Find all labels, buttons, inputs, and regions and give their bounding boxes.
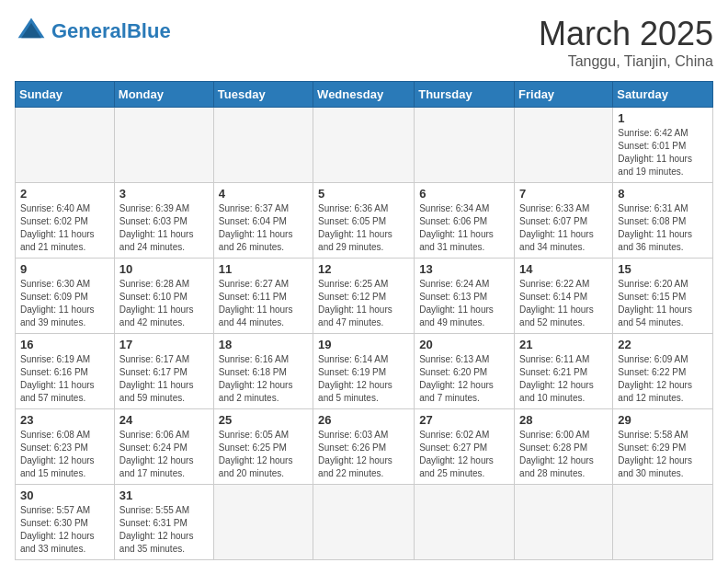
day-number: 21 [519,338,608,351]
day-number: 25 [219,413,308,427]
day-number: 26 [318,413,409,427]
day-info: Sunrise: 6:36 AM Sunset: 6:05 PM Dayligh… [318,202,409,254]
day-number: 4 [219,187,308,201]
calendar-cell [415,108,515,183]
week-row-5: 23Sunrise: 6:08 AM Sunset: 6:23 PM Dayli… [16,409,713,485]
calendar-cell [313,485,415,560]
day-number: 28 [519,413,608,427]
week-row-2: 2Sunrise: 6:40 AM Sunset: 6:02 PM Daylig… [16,183,713,259]
calendar-cell: 26Sunrise: 6:03 AM Sunset: 6:26 PM Dayli… [313,409,415,485]
calendar-cell: 16Sunrise: 6:19 AM Sunset: 6:16 PM Dayli… [16,334,115,409]
day-info: Sunrise: 6:37 AM Sunset: 6:04 PM Dayligh… [219,202,308,254]
calendar-cell [515,108,613,183]
day-info: Sunrise: 6:08 AM Sunset: 6:23 PM Dayligh… [20,429,109,480]
day-info: Sunrise: 6:14 AM Sunset: 6:19 PM Dayligh… [318,353,409,405]
day-info: Sunrise: 6:34 AM Sunset: 6:06 PM Dayligh… [419,202,509,254]
week-row-1: 1Sunrise: 6:42 AM Sunset: 6:01 PM Daylig… [16,108,713,183]
logo-blue: Blue [127,19,171,42]
day-info: Sunrise: 6:03 AM Sunset: 6:26 PM Dayligh… [318,429,409,480]
logo-icon [15,15,48,48]
calendar-cell: 9Sunrise: 6:30 AM Sunset: 6:09 PM Daylig… [16,259,115,334]
calendar-cell [213,485,313,560]
calendar-cell: 7Sunrise: 6:33 AM Sunset: 6:07 PM Daylig… [515,183,613,259]
day-info: Sunrise: 6:06 AM Sunset: 6:24 PM Dayligh… [119,429,209,480]
calendar-cell [114,108,213,183]
calendar-cell [16,108,115,183]
calendar-cell: 19Sunrise: 6:14 AM Sunset: 6:19 PM Dayli… [313,334,415,409]
logo-general: General [51,19,127,42]
calendar-cell: 24Sunrise: 6:06 AM Sunset: 6:24 PM Dayli… [114,409,213,485]
page-header: GeneralBlue March 2025 Tanggu, Tianjin, … [15,15,713,70]
calendar-cell [213,108,313,183]
calendar-cell: 28Sunrise: 6:00 AM Sunset: 6:28 PM Dayli… [515,409,613,485]
day-number: 23 [20,413,109,427]
day-info: Sunrise: 6:05 AM Sunset: 6:25 PM Dayligh… [219,429,308,480]
day-info: Sunrise: 5:55 AM Sunset: 6:31 PM Dayligh… [119,504,209,556]
day-info: Sunrise: 6:40 AM Sunset: 6:02 PM Dayligh… [20,202,109,254]
day-number: 27 [419,413,509,427]
week-row-4: 16Sunrise: 6:19 AM Sunset: 6:16 PM Dayli… [16,334,713,409]
weekday-header-wednesday: Wednesday [313,82,415,108]
calendar-cell: 14Sunrise: 6:22 AM Sunset: 6:14 PM Dayli… [515,259,613,334]
day-number: 29 [618,413,708,427]
weekday-header-row: SundayMondayTuesdayWednesdayThursdayFrid… [16,82,713,108]
calendar-cell: 29Sunrise: 5:58 AM Sunset: 6:29 PM Dayli… [613,409,713,485]
day-number: 14 [519,262,608,276]
weekday-header-monday: Monday [114,82,213,108]
day-number: 20 [419,338,509,351]
calendar-cell: 31Sunrise: 5:55 AM Sunset: 6:31 PM Dayli… [114,485,213,560]
calendar-cell [415,485,515,560]
calendar-cell [313,108,415,183]
logo: GeneralBlue [15,15,171,48]
calendar-cell: 15Sunrise: 6:20 AM Sunset: 6:15 PM Dayli… [613,259,713,334]
day-number: 7 [519,187,608,201]
calendar-cell: 2Sunrise: 6:40 AM Sunset: 6:02 PM Daylig… [16,183,115,259]
calendar-cell: 5Sunrise: 6:36 AM Sunset: 6:05 PM Daylig… [313,183,415,259]
calendar-cell: 22Sunrise: 6:09 AM Sunset: 6:22 PM Dayli… [613,334,713,409]
day-number: 16 [20,338,109,351]
day-info: Sunrise: 6:02 AM Sunset: 6:27 PM Dayligh… [419,429,509,480]
day-number: 24 [119,413,209,427]
day-info: Sunrise: 5:58 AM Sunset: 6:29 PM Dayligh… [618,429,708,480]
day-info: Sunrise: 6:25 AM Sunset: 6:12 PM Dayligh… [318,278,409,329]
day-number: 2 [20,187,109,201]
month-title: March 2025 [539,15,713,53]
day-number: 1 [618,111,708,125]
day-number: 13 [419,262,509,276]
day-info: Sunrise: 6:31 AM Sunset: 6:08 PM Dayligh… [618,202,708,254]
day-number: 5 [318,187,409,201]
day-info: Sunrise: 6:27 AM Sunset: 6:11 PM Dayligh… [219,278,308,329]
day-info: Sunrise: 6:28 AM Sunset: 6:10 PM Dayligh… [119,278,209,329]
calendar-cell: 23Sunrise: 6:08 AM Sunset: 6:23 PM Dayli… [16,409,115,485]
calendar-cell: 6Sunrise: 6:34 AM Sunset: 6:06 PM Daylig… [415,183,515,259]
calendar-cell: 27Sunrise: 6:02 AM Sunset: 6:27 PM Dayli… [415,409,515,485]
day-number: 17 [119,338,209,351]
calendar-cell [515,485,613,560]
calendar-cell: 20Sunrise: 6:13 AM Sunset: 6:20 PM Dayli… [415,334,515,409]
title-block: March 2025 Tanggu, Tianjin, China [539,15,713,70]
weekday-header-tuesday: Tuesday [213,82,313,108]
calendar-cell: 30Sunrise: 5:57 AM Sunset: 6:30 PM Dayli… [16,485,115,560]
location: Tanggu, Tianjin, China [539,53,713,70]
weekday-header-thursday: Thursday [415,82,515,108]
day-info: Sunrise: 6:17 AM Sunset: 6:17 PM Dayligh… [119,353,209,405]
day-info: Sunrise: 6:16 AM Sunset: 6:18 PM Dayligh… [219,353,308,405]
day-number: 8 [618,187,708,201]
day-info: Sunrise: 6:33 AM Sunset: 6:07 PM Dayligh… [519,202,608,254]
day-number: 11 [219,262,308,276]
day-number: 19 [318,338,409,351]
day-number: 22 [618,338,708,351]
calendar-cell [613,485,713,560]
day-number: 3 [119,187,209,201]
day-info: Sunrise: 6:09 AM Sunset: 6:22 PM Dayligh… [618,353,708,405]
day-number: 10 [119,262,209,276]
day-number: 15 [618,262,708,276]
weekday-header-friday: Friday [515,82,613,108]
day-number: 6 [419,187,509,201]
day-number: 31 [119,488,209,502]
day-info: Sunrise: 6:30 AM Sunset: 6:09 PM Dayligh… [20,278,109,329]
calendar-cell: 1Sunrise: 6:42 AM Sunset: 6:01 PM Daylig… [613,108,713,183]
calendar-cell: 10Sunrise: 6:28 AM Sunset: 6:10 PM Dayli… [114,259,213,334]
calendar-cell: 8Sunrise: 6:31 AM Sunset: 6:08 PM Daylig… [613,183,713,259]
calendar-cell: 11Sunrise: 6:27 AM Sunset: 6:11 PM Dayli… [213,259,313,334]
